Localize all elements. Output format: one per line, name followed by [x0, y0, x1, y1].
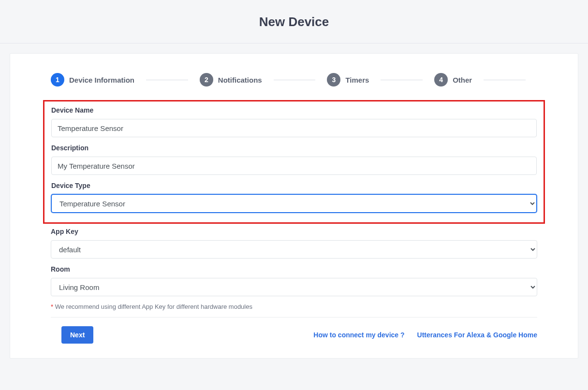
footer-links: How to connect my device ? Utterances Fo…: [313, 331, 537, 339]
stepper: 1 Device Information 2 Notifications 3 T…: [10, 73, 578, 87]
device-type-label: Device Type: [51, 182, 537, 189]
step-divider: [146, 80, 188, 80]
step-timers[interactable]: 3 Timers: [327, 73, 369, 87]
app-key-note: * We recommend using different App Key f…: [51, 303, 537, 310]
lower-form-section: App Key default Room Living Room * We re…: [10, 224, 578, 344]
step-label: Timers: [345, 76, 369, 84]
page-header: New Device: [0, 0, 588, 43]
step-number-icon: 2: [200, 73, 213, 87]
note-text: We recommend using different App Key for…: [55, 303, 252, 310]
device-name-input[interactable]: [51, 119, 537, 137]
field-device-name: Device Name: [51, 106, 537, 137]
device-name-label: Device Name: [51, 106, 537, 114]
description-input[interactable]: [51, 157, 537, 175]
step-divider: [274, 80, 316, 80]
step-device-information[interactable]: 1 Device Information: [51, 73, 134, 87]
step-notifications[interactable]: 2 Notifications: [200, 73, 262, 87]
step-label: Device Information: [69, 76, 134, 84]
divider: [51, 317, 537, 318]
footer-row: Next How to connect my device ? Utteranc…: [51, 326, 537, 344]
step-divider: [381, 80, 423, 80]
highlight-annotation: Device Name Description Device Type Temp…: [43, 100, 545, 224]
next-button[interactable]: Next: [61, 326, 93, 344]
step-divider: [484, 80, 526, 80]
room-select[interactable]: Living Room: [51, 278, 537, 296]
field-app-key: App Key default: [51, 228, 537, 259]
field-room: Room Living Room: [51, 265, 537, 296]
link-utterances[interactable]: Utterances For Alexa & Google Home: [417, 331, 537, 339]
required-star-icon: *: [51, 303, 53, 310]
form-card: 1 Device Information 2 Notifications 3 T…: [10, 53, 578, 359]
step-number-icon: 4: [434, 73, 448, 87]
step-label: Other: [453, 76, 472, 84]
room-label: Room: [51, 265, 537, 273]
link-how-to-connect[interactable]: How to connect my device ?: [313, 331, 404, 339]
description-label: Description: [51, 144, 537, 152]
step-number-icon: 1: [51, 73, 64, 87]
app-key-label: App Key: [51, 228, 537, 235]
app-key-select[interactable]: default: [51, 240, 537, 259]
step-label: Notifications: [218, 76, 262, 84]
page-title: New Device: [0, 14, 588, 29]
field-device-type: Device Type Temperature Sensor: [51, 182, 537, 213]
step-number-icon: 3: [327, 73, 340, 87]
device-type-select[interactable]: Temperature Sensor: [51, 194, 537, 213]
step-other[interactable]: 4 Other: [434, 73, 472, 87]
field-description: Description: [51, 144, 537, 175]
